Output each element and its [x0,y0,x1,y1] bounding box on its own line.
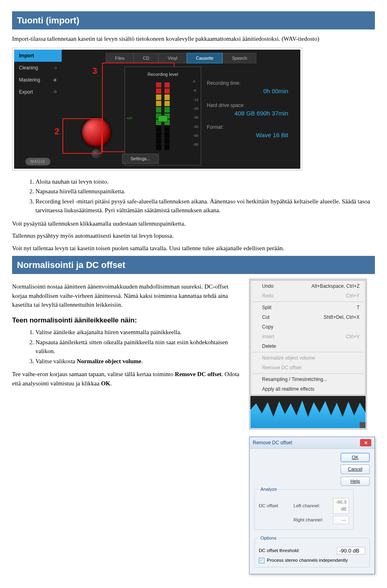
sidebar-item-mastering[interactable]: Mastering◉ [14,74,62,86]
menu-cut[interactable]: CutShift+Del, Ctrl+X [251,312,365,322]
right-channel-value: --- [333,516,349,524]
format-label: Format: [207,123,288,131]
context-menu-screenshot: UndoAlt+Backspace, Ctrl+Z RedoCtrl+Y Spl… [249,279,367,429]
threshold-input[interactable] [337,547,365,555]
import-app-screenshot: Import Cleaning⦶ Mastering◉ Export⟳ MAGI… [12,48,302,171]
stereo-checkbox-label: Process stereo channels independently [267,557,348,564]
annotation-box-record [62,118,102,154]
menu-removedc[interactable]: Remove DC offset [251,363,365,372]
menu-copy[interactable]: Copy [251,322,365,332]
right-channel-label: Right channel: [293,517,329,523]
app-sidebar: Import Cleaning⦶ Mastering◉ Export⟳ MAGI… [14,50,62,169]
annotation-3: 3 [92,64,97,77]
stereo-checkbox[interactable]: ✓ [259,558,264,563]
meter-title: Recording level [131,71,195,78]
menu-split[interactable]: SplitT [251,303,365,312]
chevron-icon: ⟳ [54,89,57,95]
chevron-icon: ⦶ [54,65,57,71]
safe-label: safe [127,115,133,121]
annotation-2: 2 [54,125,59,138]
chevron-icon: ◉ [53,77,57,83]
tab-vinyl[interactable]: Vinyl [158,53,187,64]
timeline-waveform [250,396,366,428]
step-2: Napsauta hiirellä tallennuspainiketta. [35,187,375,196]
menu-delete[interactable]: Delete [251,341,365,351]
cancel-button[interactable]: Cancel [341,465,370,474]
dc-offset-label: DC offset [259,502,289,509]
step2-2: Napsauta äänileikettä sitten oikealla pa… [35,338,241,356]
menu-undo[interactable]: UndoAlt+Backspace, Ctrl+Z [251,281,365,291]
para-autostop: Tallennus pysähtyy myös automaattisesti … [12,231,375,241]
analyze-legend: Analyze [259,486,279,493]
space-value: 408 GB 690h 37min [207,109,288,118]
steps-list-1: Aloita nauhan tai levyn toisto. Napsauta… [12,177,375,215]
para-otherside: Voit nyt tallentaa levyn tai kasetin toi… [12,244,375,253]
para-stop: Voit pysäyttää tallennuksen klikkaamalla… [12,219,375,228]
recording-info: Recording time: 0h 00min Hard drive spac… [201,67,294,165]
level-meter-block: Recording level [125,67,201,165]
menu-normalize[interactable]: Normalize object volume [251,353,365,363]
source-tabs: Files CD Vinyl Cassette Speech [68,53,294,64]
tab-speech[interactable]: Speech [223,53,256,64]
context-menu: UndoAlt+Backspace, Ctrl+Z RedoCtrl+Y Spl… [250,280,366,395]
subheader-teen: Teen normalisointi äänileikkeelle näin: [12,315,241,326]
close-icon[interactable]: ✕ [360,439,371,446]
step-3: Recording level -mittari pitäisi pysyä s… [35,197,375,215]
magix-logo: MAGIX [14,158,62,165]
rec-time-label: Recording time: [207,80,288,87]
menu-insert[interactable]: InsertCtrl+V [251,332,365,341]
help-button[interactable]: Help [341,477,370,486]
meter-scale: 0-6-12-20-30-40-60-80 [193,79,198,148]
left-channel-label: Left channel: [293,502,329,509]
format-value: Wave 16 Bit [207,131,288,140]
menu-redo[interactable]: RedoCtrl+Y [251,291,365,301]
sidebar-item-import[interactable]: Import [14,50,62,62]
step2-1: Valitse äänileike aikajanalta hiiren vas… [35,328,241,337]
rec-time-value: 0h 00min [207,87,288,96]
sidebar-item-export[interactable]: Export⟳ [14,86,62,98]
menu-resample[interactable]: Resampling / Timestretching... [251,375,365,384]
settings-button[interactable]: Settings... [122,154,159,164]
dialog-title: Remove DC offset [253,439,292,446]
menu-applyfx[interactable]: Apply all realtime effects [251,384,365,394]
section-header-normalisointi: Normalisointi ja DC offset [12,256,375,274]
options-legend: Options [259,535,278,542]
step2-3: Valitse valikosta Normalize object volum… [35,357,241,366]
level-slider-handle[interactable] [158,115,168,122]
para-dc-offset: Tee vaihe-eron korjaus samaan tapaan, va… [12,370,241,388]
step-1: Aloita nauhan tai levyn toisto. [35,177,375,186]
scroll-corner [360,422,366,428]
left-channel-value: -96.3 dB [333,498,349,514]
tab-cd[interactable]: CD [133,53,158,64]
dc-offset-dialog: Remove DC offset ✕ OK Cancel Help Analyz… [249,437,375,574]
section-header-tuonti: Tuonti (import) [12,11,375,29]
para-normalize-intro: Normalisointi nostaa äänitteen äänenvoim… [12,282,241,310]
steps-list-2: Valitse äänileike aikajanalta hiiren vas… [12,328,241,366]
sidebar-item-cleaning[interactable]: Cleaning⦶ [14,62,62,74]
tab-files[interactable]: Files [106,53,133,64]
ok-button[interactable]: OK [341,453,370,462]
threshold-label: DC offset threshold: [259,547,333,554]
tab-cassette[interactable]: Cassette [187,53,223,64]
space-label: Hard drive space: [207,102,288,109]
intro-paragraph: Import-tilassa tallennetaan kasetin tai … [12,34,375,44]
